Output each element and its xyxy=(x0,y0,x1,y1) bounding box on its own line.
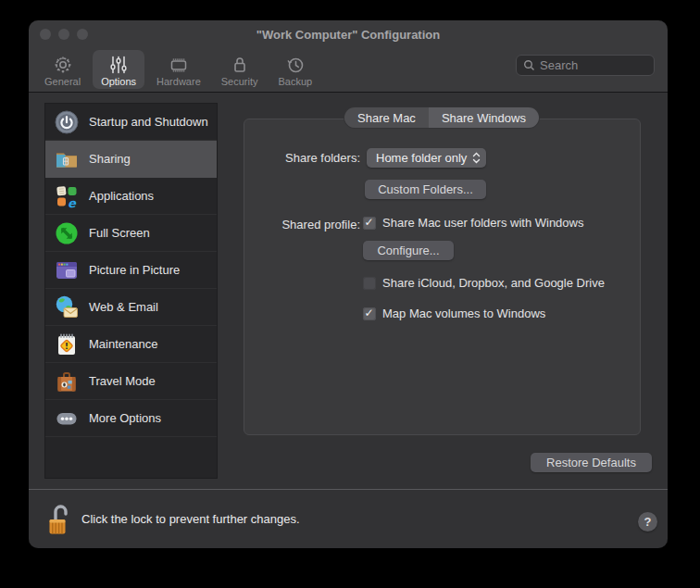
applications-icon: e xyxy=(54,183,80,209)
search-field[interactable]: Search xyxy=(516,55,655,76)
sidebar-item-label: More Options xyxy=(89,411,161,425)
sidebar-item-sharing[interactable]: Sharing xyxy=(45,141,217,178)
sharing-options-panel: Share folders: Home folder only Custom F… xyxy=(244,119,641,435)
configuration-window: "Work Computer" Configuration General xyxy=(29,20,668,548)
map-mac-volumes-checkbox[interactable] xyxy=(363,307,376,320)
sidebar-item-label: Maintenance xyxy=(89,337,157,351)
sidebar-item-label: Travel Mode xyxy=(89,374,156,388)
search-icon xyxy=(523,59,535,71)
tab-share-windows[interactable]: Share Windows xyxy=(429,107,539,128)
chip-icon xyxy=(168,53,190,76)
sidebar-item-label: Applications xyxy=(89,189,154,203)
toolbar-item-options[interactable]: Options xyxy=(93,50,144,89)
share-icloud-dropbox-gdrive-checkbox[interactable] xyxy=(363,277,376,290)
svg-text:e: e xyxy=(68,195,77,209)
share-folders-value: Home folder only xyxy=(376,151,467,165)
shared-folder-icon xyxy=(54,146,80,172)
chevron-up-down-icon xyxy=(472,152,481,164)
tab-share-mac[interactable]: Share Mac xyxy=(344,107,429,128)
toolbar-label: Backup xyxy=(279,76,313,87)
sidebar-item-applications[interactable]: e Applications xyxy=(45,178,217,215)
lock-hint-text: Click the lock to prevent further change… xyxy=(81,512,300,526)
pip-window-icon xyxy=(54,257,80,283)
sidebar-item-maintenance[interactable]: ! Maintenance xyxy=(45,326,217,363)
backup-clock-icon xyxy=(284,53,306,76)
ellipsis-icon xyxy=(54,406,80,432)
checkbox-row-map-mac-volumes: Map Mac volumes to Windows xyxy=(363,307,545,320)
minimize-window-button[interactable] xyxy=(58,29,69,40)
configure-button[interactable]: Configure... xyxy=(363,241,454,260)
sidebar-item-web-and-email[interactable]: Web & Email xyxy=(45,289,217,326)
checkbox-label: Share iCloud, Dropbox, and Google Drive xyxy=(382,276,605,290)
share-tabs: Share Mac Share Windows xyxy=(344,107,539,128)
sidebar-item-label: Web & Email xyxy=(89,300,158,314)
restore-defaults-button[interactable]: Restore Defaults xyxy=(531,453,652,472)
share-folders-label: Share folders: xyxy=(244,151,360,165)
desktop-background: "Work Computer" Configuration General xyxy=(0,0,700,588)
share-mac-user-folders-checkbox[interactable] xyxy=(363,217,376,230)
checkbox-label: Map Mac volumes to Windows xyxy=(382,307,545,320)
toolbar-item-general[interactable]: General xyxy=(36,50,89,89)
toolbar-label: Security xyxy=(221,76,258,87)
search-placeholder: Search xyxy=(540,58,578,72)
unlocked-padlock-icon[interactable] xyxy=(48,501,72,538)
traffic-lights xyxy=(29,29,88,40)
sidebar-item-startup-and-shutdown[interactable]: Startup and Shutdown xyxy=(45,104,217,141)
zoom-window-button[interactable] xyxy=(77,29,88,40)
sidebar-item-label: Picture in Picture xyxy=(89,263,180,277)
title-bar: "Work Computer" Configuration xyxy=(29,20,668,48)
sidebar-item-picture-in-picture[interactable]: Picture in Picture xyxy=(45,252,217,289)
share-folders-dropdown[interactable]: Home folder only xyxy=(367,148,486,168)
sidebar-item-label: Startup and Shutdown xyxy=(89,115,208,129)
close-window-button[interactable] xyxy=(40,29,51,40)
sidebar-item-label: Sharing xyxy=(89,152,131,166)
help-button[interactable]: ? xyxy=(638,512,657,532)
sidebar-item-label: Full Screen xyxy=(89,226,150,240)
toolbar-label: General xyxy=(44,76,81,87)
sidebar-item-full-screen[interactable]: Full Screen xyxy=(45,215,217,252)
globe-envelope-icon xyxy=(54,294,80,320)
fullscreen-icon xyxy=(54,220,80,246)
gear-icon xyxy=(52,53,74,76)
toolbar-item-backup[interactable]: Backup xyxy=(270,50,321,89)
suitcase-icon xyxy=(54,369,80,394)
checkbox-row-share-mac-user-folders: Share Mac user folders with Windows xyxy=(363,216,583,230)
shared-profile-label: Shared profile: xyxy=(244,218,360,231)
content-area: Startup and Shutdown Sharing xyxy=(29,93,668,489)
footer-bar: Click the lock to prevent further change… xyxy=(29,489,668,548)
toolbar: General Options xyxy=(29,48,668,93)
lock-icon xyxy=(229,53,251,76)
options-sidebar: Startup and Shutdown Sharing xyxy=(44,103,218,479)
checkbox-label: Share Mac user folders with Windows xyxy=(382,216,583,230)
sliders-icon xyxy=(107,53,130,76)
sidebar-item-travel-mode[interactable]: Travel Mode xyxy=(45,363,217,400)
checkbox-row-share-icloud: Share iCloud, Dropbox, and Google Drive xyxy=(363,276,605,290)
toolbar-item-security[interactable]: Security xyxy=(213,50,267,89)
toolbar-item-hardware[interactable]: Hardware xyxy=(148,50,209,89)
custom-folders-button[interactable]: Custom Folders... xyxy=(365,180,486,199)
maintenance-icon: ! xyxy=(54,332,80,357)
window-title: "Work Computer" Configuration xyxy=(29,28,668,42)
sidebar-item-more-options[interactable]: More Options xyxy=(45,400,217,437)
svg-text:!: ! xyxy=(65,341,69,351)
toolbar-label: Hardware xyxy=(156,76,201,87)
toolbar-label: Options xyxy=(101,76,136,87)
power-icon xyxy=(54,109,80,135)
